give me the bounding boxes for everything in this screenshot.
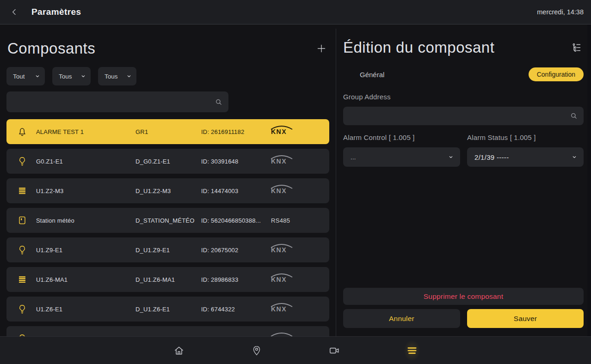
top-bar: Paramètres mercredi, 14:38 bbox=[0, 0, 591, 24]
home-icon bbox=[173, 345, 185, 357]
scrollbar-track[interactable] bbox=[587, 24, 591, 336]
component-row[interactable]: Station météo D_STATION_MÉTÉO ID: 562046… bbox=[6, 208, 329, 233]
group-address-search-input[interactable] bbox=[343, 107, 570, 125]
components-search-input[interactable] bbox=[6, 91, 215, 112]
plus-icon bbox=[316, 43, 327, 54]
alarm-control-select[interactable]: ... bbox=[343, 147, 460, 167]
hierarchy-list-icon bbox=[571, 42, 582, 53]
nav-cameras[interactable] bbox=[326, 340, 343, 361]
component-row[interactable]: U1.Z6-E1 D_U1.Z6-E1 ID: 6744322 KNX ® bbox=[6, 297, 329, 322]
protocol-badge: KNX ® bbox=[271, 128, 329, 135]
add-component-button[interactable] bbox=[314, 41, 329, 56]
knx-arc-icon bbox=[270, 303, 294, 307]
group-address-search bbox=[343, 107, 584, 125]
alarm-status-label: Alarm Status [ 1.005 ] bbox=[467, 133, 536, 141]
knx-arc-icon bbox=[270, 184, 294, 189]
video-camera-icon bbox=[328, 345, 340, 357]
components-search bbox=[6, 91, 228, 112]
bottom-nav bbox=[0, 336, 591, 364]
save-button[interactable]: Sauver bbox=[467, 309, 584, 328]
device-icon bbox=[17, 215, 28, 226]
component-filters: Tout Tous Tous bbox=[6, 67, 136, 85]
component-row[interactable]: U1.Z2-M3 D_U1.Z2-M3 ID: 14474003 KNX ® bbox=[6, 178, 329, 203]
search-icon bbox=[215, 98, 223, 106]
protocol-badge: KNX ® bbox=[271, 158, 329, 164]
search-icon bbox=[570, 112, 578, 120]
menu-icon bbox=[406, 345, 418, 357]
protocol-badge: KNX ® bbox=[271, 247, 329, 253]
knx-arc-icon bbox=[270, 243, 294, 248]
lightbulb-icon bbox=[17, 244, 28, 255]
blinds-icon bbox=[17, 274, 28, 285]
filter-dropdown-3[interactable]: Tous bbox=[98, 67, 136, 85]
back-button[interactable] bbox=[7, 5, 21, 19]
components-title: Composants bbox=[7, 40, 95, 57]
group-address-label: Group Address bbox=[343, 93, 391, 101]
lightbulb-icon bbox=[17, 333, 28, 336]
chevron-down-icon bbox=[80, 73, 86, 79]
chevron-down-icon bbox=[126, 73, 132, 79]
protocol-badge: KNX ® bbox=[271, 276, 329, 283]
component-row[interactable]: U1.Z9-E1 D_U1.Z9-E1 ID: 20675002 KNX ® bbox=[6, 237, 329, 262]
datetime-label: mercredi, 14:38 bbox=[537, 8, 584, 16]
protocol-badge: KNX ® bbox=[271, 306, 329, 312]
lightbulb-icon bbox=[17, 303, 28, 315]
component-row[interactable]: G0.Z1-E1 D_G0.Z1-E1 ID: 30391648 KNX ® bbox=[6, 149, 329, 174]
knx-arc-icon bbox=[270, 332, 294, 336]
bell-icon bbox=[17, 126, 28, 137]
filter-dropdown-1[interactable]: Tout bbox=[6, 67, 45, 85]
chevron-left-icon bbox=[10, 7, 19, 17]
tab-general[interactable]: Général bbox=[360, 71, 384, 79]
editor-title: Édition du composant bbox=[343, 39, 494, 56]
cancel-button[interactable]: Annuler bbox=[343, 309, 460, 328]
component-row[interactable]: U1.Z6-MA1 D_U1.Z6-MA1 ID: 28986833 KNX ® bbox=[6, 267, 329, 292]
component-row[interactable]: ALARME TEST 1 GR1 ID: 2616911182 KNX ® bbox=[6, 119, 329, 144]
knx-arc-icon bbox=[270, 155, 294, 159]
location-pin-icon bbox=[251, 345, 263, 357]
component-row[interactable]: KNX ® bbox=[6, 326, 329, 336]
tab-configuration[interactable]: Configuration bbox=[529, 67, 584, 81]
filter-dropdown-2[interactable]: Tous bbox=[52, 67, 91, 85]
blinds-icon bbox=[17, 185, 28, 196]
knx-arc-icon bbox=[270, 273, 294, 278]
nav-locations[interactable] bbox=[248, 340, 265, 361]
nav-home[interactable] bbox=[171, 340, 187, 361]
components-panel: Composants Tout Tous Tous ALARME TEST 1 … bbox=[0, 24, 336, 336]
page-title: Paramètres bbox=[31, 7, 81, 17]
component-editor-panel: Édition du composant Général Configurati… bbox=[336, 24, 591, 336]
chevron-down-icon bbox=[35, 73, 40, 79]
chevron-down-icon bbox=[572, 154, 577, 160]
alarm-control-label: Alarm Control [ 1.005 ] bbox=[343, 133, 415, 141]
protocol-badge: RS485 ® bbox=[271, 218, 329, 224]
protocol-badge: KNX ® bbox=[271, 188, 329, 194]
knx-arc-icon bbox=[270, 125, 294, 130]
nav-menu[interactable] bbox=[404, 340, 420, 361]
alarm-status-select[interactable]: 2/1/39 ----- bbox=[467, 147, 584, 167]
chevron-down-icon bbox=[448, 154, 454, 160]
hierarchy-list-button[interactable] bbox=[570, 41, 584, 55]
delete-component-button[interactable]: Supprimer le composant bbox=[343, 288, 584, 305]
components-list: ALARME TEST 1 GR1 ID: 2616911182 KNX ® G… bbox=[6, 119, 329, 336]
lightbulb-icon bbox=[17, 156, 28, 167]
